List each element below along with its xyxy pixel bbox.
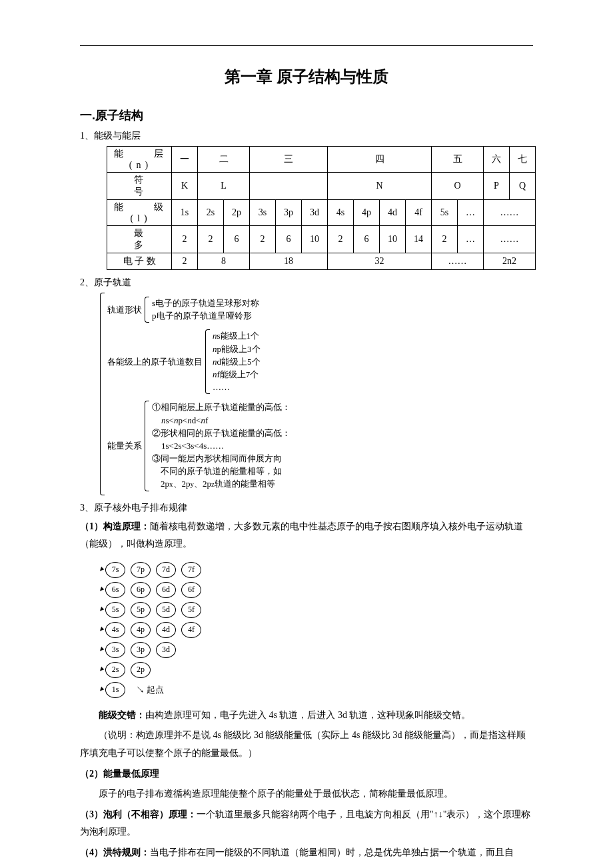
orbital-5p: 5p: [131, 602, 151, 618]
table-row: 电 子 数 2 8 18 32 …… 2n2: [107, 253, 536, 270]
orbital-2p: 2p: [131, 662, 151, 678]
aufbau-start-label: ↘ 起点: [136, 684, 164, 696]
bracket-line: 2px、2py、2pz轨道的能量相等: [152, 478, 291, 490]
orbital-3s: 3s: [105, 642, 125, 658]
bracket-energy-label: 能量关系: [107, 401, 145, 491]
top-rule: [80, 45, 533, 46]
energy-cross-note: （说明：构造原理并不是说 4s 能级比 3d 能级能量低（实际上 4s 能级比 …: [80, 727, 533, 762]
bracket-line: p电子的原子轨道呈哑铃形: [152, 310, 259, 322]
orbital-6f: 6f: [181, 582, 201, 598]
energy-level-table: 能 层(n) 一 二 三 四 五 六 七 符 号 K L N O P Q 能 级…: [107, 146, 536, 270]
bracket-line: ①相同能层上原子轨道能量的高低：: [152, 401, 291, 413]
rule-3: （3）泡利（不相容）原理：一个轨道里最多只能容纳两个电子，且电旋方向相反（用"↑…: [80, 806, 533, 841]
bracket-shape-label: 轨道形状: [107, 297, 145, 323]
table-row: 最 多 2 2 6 2 6 10 2 6 10 14 2 … ……: [107, 226, 536, 253]
bracket-line: nd能级上5个: [213, 356, 261, 368]
aufbau-row: ▸1s↘ 起点: [100, 680, 533, 700]
bracket-line: ③同一能层内形状相同而伸展方向: [152, 453, 291, 465]
orbital-7s: 7s: [105, 562, 125, 578]
table-row: 能 层(n) 一 二 三 四 五 六 七: [107, 147, 536, 173]
bracket-line: nf能级上7个: [213, 369, 261, 381]
table-row: 能 级(l) 1s 2s 2p 3s 3p 3d 4s 4p 4d 4f 5s …: [107, 200, 536, 226]
orbital-4p: 4p: [131, 622, 151, 638]
table-row: 符 号 K L N O P Q: [107, 173, 536, 200]
orbital-6s: 6s: [105, 582, 125, 598]
item-3-label: 3、原子核外电子排布规律: [80, 502, 533, 514]
orbital-6p: 6p: [131, 582, 151, 598]
orbital-4s: 4s: [105, 622, 125, 638]
aufbau-row: ▸6s6p6d6f: [100, 580, 533, 600]
bracket-line: ……: [213, 381, 261, 393]
bracket-line: s电子的原子轨道呈球形对称: [152, 297, 259, 309]
aufbau-row: ▸4s4p4d4f: [100, 620, 533, 640]
bracket-line: np能级上3个: [213, 343, 261, 355]
orbital-7d: 7d: [156, 562, 176, 578]
item-2-label: 2、原子轨道: [80, 277, 533, 289]
rule-2-body: 原子的电子排布遵循构造原理能使整个原子的能量处于最低状态，简称能量最低原理。: [80, 785, 533, 803]
orbital-1s: 1s: [105, 682, 125, 698]
aufbau-row: ▸3s3p3d: [100, 640, 533, 660]
bracket-count-label: 各能级上的原子轨道数目: [107, 329, 205, 394]
bracket-line: ②形状相同的原子轨道能量的高低：: [152, 427, 291, 439]
bracket-line: ns<np<nd<nf: [152, 415, 291, 427]
rule-1: （1）构造原理：随着核电荷数递增，大多数元素的电中性基态原子的电子按右图顺序填入…: [80, 518, 533, 553]
orbital-bracket-diagram: 轨道形状 s电子的原子轨道呈球形对称 p电子的原子轨道呈哑铃形 各能级上的原子轨…: [100, 293, 533, 495]
energy-cross: 能级交错：由构造原理可知，电子先进入 4s 轨道，后进入 3d 轨道，这种现象叫…: [80, 707, 533, 725]
orbital-4f: 4f: [181, 622, 201, 638]
orbital-4d: 4d: [156, 622, 176, 638]
orbital-2s: 2s: [105, 662, 125, 678]
orbital-7p: 7p: [131, 562, 151, 578]
orbital-6d: 6d: [156, 582, 176, 598]
section-1-heading: 一.原子结构: [80, 107, 533, 123]
orbital-5f: 5f: [181, 602, 201, 618]
bracket-line: 不同的原子轨道的能量相等，如: [152, 465, 291, 477]
orbital-5s: 5s: [105, 602, 125, 618]
orbital-3d: 3d: [156, 642, 176, 658]
aufbau-row: ▸7s7p7d7f: [100, 560, 533, 580]
chapter-title: 第一章 原子结构与性质: [80, 66, 533, 87]
orbital-5d: 5d: [156, 602, 176, 618]
orbital-3p: 3p: [131, 642, 151, 658]
orbital-7f: 7f: [181, 562, 201, 578]
item-1-label: 1、能级与能层: [80, 130, 533, 142]
aufbau-diagram: ▸7s7p7d7f▸6s6p6d6f▸5s5p5d5f▸4s4p4d4f▸3s3…: [100, 560, 533, 700]
rule-4: （4）洪特规则：当电子排布在同一能级的不同轨道（能量相同）时，总是优先单独占据一…: [80, 844, 533, 862]
aufbau-row: ▸2s2p: [100, 660, 533, 680]
aufbau-row: ▸5s5p5d5f: [100, 600, 533, 620]
bracket-line: 1s<2s<3s<4s……: [152, 440, 291, 452]
rule-2-head: （2）能量最低原理: [80, 765, 533, 783]
bracket-line: nns能级上1个s能级上1个: [213, 330, 261, 342]
